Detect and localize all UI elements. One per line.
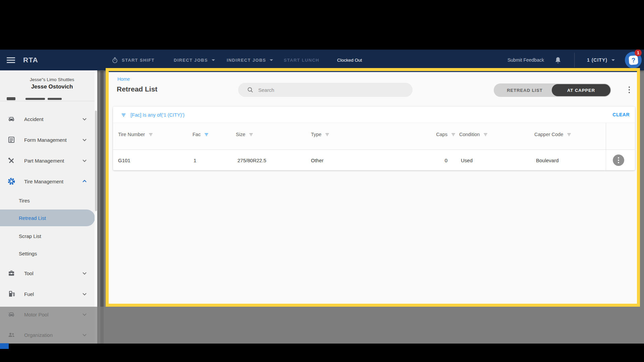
sidebar-subitem-retread-list[interactable]: Retread List xyxy=(0,209,95,226)
cell-type: Other xyxy=(311,158,324,163)
column-header-size[interactable]: Size xyxy=(236,132,254,137)
blue-strip xyxy=(0,343,9,349)
company-name: Jesse"s Limo Shuttles xyxy=(10,77,94,82)
bottom-letterbox xyxy=(0,344,644,362)
toolbox-icon xyxy=(7,269,15,277)
row-actions-button[interactable] xyxy=(613,155,624,166)
column-label: Condition xyxy=(459,132,480,137)
sidebar-item-form-management[interactable]: Form Management xyxy=(0,129,95,150)
column-label: Caps xyxy=(436,132,447,137)
chevron-down-icon xyxy=(80,269,89,277)
retread-grid-card: [Fac] Is any of('1 (CITY)') CLEAR Tire N… xyxy=(113,107,635,170)
sidebar: Jesse"s Limo Shuttles Jesse Ostovich Acc… xyxy=(0,70,97,344)
sidebar-subitem-tires[interactable]: Tires xyxy=(0,192,95,209)
dim-overlay xyxy=(0,307,106,344)
column-label: Size xyxy=(236,132,245,137)
user-name: Jesse Ostovich xyxy=(10,83,94,90)
sidebar-item-label: Part Management xyxy=(24,158,64,164)
topbar-divider xyxy=(574,53,575,67)
column-header-caps[interactable]: Caps xyxy=(407,132,456,137)
sidebar-subitem-label: Scrap List xyxy=(19,233,41,239)
more-options-button[interactable] xyxy=(626,85,633,96)
sidebar-item-label: Accident xyxy=(24,116,44,122)
column-header-fac[interactable]: Fac xyxy=(193,132,209,137)
sidebar-item-label: Tire Management xyxy=(24,179,63,184)
top-letterbox xyxy=(0,0,644,50)
submit-feedback-link[interactable]: Submit Feedback xyxy=(507,50,544,70)
indirect-jobs-menu[interactable]: INDIRECT JOBS xyxy=(227,50,273,70)
filter-icon[interactable] xyxy=(567,132,572,137)
page-scrollbar[interactable] xyxy=(100,71,104,344)
top-nav-bar: RTA START SHIFT DIRECT JOBS INDIRECT JOB… xyxy=(0,50,644,70)
filter-builder-chip[interactable]: [Fac] Is any of('1 (CITY)') xyxy=(121,111,184,119)
sidebar-item-fuel[interactable]: Fuel xyxy=(0,284,95,304)
sidebar-subitem-label: Retread List xyxy=(19,215,46,221)
chevron-down-icon xyxy=(80,136,89,144)
toggle-at-capper-button[interactable]: AT CAPPER xyxy=(552,84,610,96)
sidebar-subitem-settings[interactable]: Settings xyxy=(0,245,95,262)
view-toggle: RETREAD LIST AT CAPPER xyxy=(494,83,611,97)
start-shift-button[interactable]: START SHIFT xyxy=(112,50,155,70)
filter-icon[interactable] xyxy=(483,132,488,137)
fuel-pump-icon xyxy=(7,290,15,298)
facility-selector[interactable]: 1 (CITY) xyxy=(587,50,615,70)
filter-icon[interactable] xyxy=(325,132,330,137)
sidebar-item-part-management[interactable]: Part Management xyxy=(0,150,95,171)
search-input[interactable] xyxy=(258,87,403,93)
sidebar-subitem-label: Settings xyxy=(19,251,37,256)
sidebar-subitem-scrap-list[interactable]: Scrap List xyxy=(0,227,95,245)
search-icon xyxy=(247,86,254,93)
page-title: Retread List xyxy=(117,85,157,93)
chevron-up-icon xyxy=(80,177,89,185)
direct-jobs-menu[interactable]: DIRECT JOBS xyxy=(174,50,215,70)
chevron-down-icon xyxy=(270,59,273,61)
notifications-bell-button[interactable] xyxy=(554,56,562,66)
cell-size: 275/80R22.5 xyxy=(237,158,266,163)
column-header-condition[interactable]: Condition xyxy=(459,132,488,137)
start-lunch-label: START LUNCH xyxy=(284,58,319,63)
chevron-down-icon xyxy=(80,115,89,123)
filter-icon xyxy=(121,112,126,118)
filter-icon-active[interactable] xyxy=(204,132,209,137)
facility-label: 1 (CITY) xyxy=(587,57,607,63)
sidebar-item-tire-management[interactable]: Tire Management xyxy=(0,171,95,192)
clear-filter-button[interactable]: CLEAR xyxy=(612,112,630,117)
column-header-capper-code[interactable]: Capper Code xyxy=(534,132,572,137)
clock-status: Clocked Out xyxy=(337,50,362,70)
column-label: Capper Code xyxy=(534,132,563,137)
bell-icon xyxy=(554,56,562,64)
filter-icon[interactable] xyxy=(249,132,254,137)
column-header-type[interactable]: Type xyxy=(311,132,330,137)
stopwatch-icon xyxy=(112,57,118,64)
hamburger-menu-icon[interactable] xyxy=(7,56,15,64)
sidebar-item-label: Fuel xyxy=(24,291,34,297)
search-box[interactable] xyxy=(238,83,413,97)
sidebar-item-tool[interactable]: Tool xyxy=(0,263,95,284)
chevron-down-icon xyxy=(80,290,89,298)
cell-fac: 1 xyxy=(194,158,196,163)
column-header-tire-number[interactable]: Tire Number xyxy=(118,132,153,137)
toggle-retread-list-button[interactable]: RETREAD LIST xyxy=(494,83,556,97)
actions-column-divider xyxy=(606,123,606,170)
sidebar-item-label: Form Management xyxy=(24,137,67,143)
header-edge-strip xyxy=(109,71,637,72)
filter-icon[interactable] xyxy=(451,132,456,137)
app-logo: RTA xyxy=(23,56,38,64)
tire-icon xyxy=(7,177,15,185)
sidebar-item-accident[interactable]: Accident xyxy=(0,109,95,129)
cell-tire-number: G101 xyxy=(118,158,130,163)
breadcrumb-home[interactable]: Home xyxy=(117,76,130,82)
highlight-outline xyxy=(106,68,640,307)
chevron-down-icon xyxy=(611,59,615,61)
filter-icon[interactable] xyxy=(148,132,153,137)
chevron-down-icon xyxy=(212,59,215,61)
sidebar-scrollbar[interactable] xyxy=(95,70,97,344)
car-icon xyxy=(7,115,15,123)
direct-jobs-label: DIRECT JOBS xyxy=(174,58,208,63)
chevron-down-icon xyxy=(80,157,89,165)
start-shift-label: START SHIFT xyxy=(122,58,155,63)
column-label: Tire Number xyxy=(118,132,145,137)
form-icon xyxy=(7,136,15,144)
sidebar-subitem-label: Tires xyxy=(19,198,30,203)
indirect-jobs-label: INDIRECT JOBS xyxy=(227,58,266,63)
